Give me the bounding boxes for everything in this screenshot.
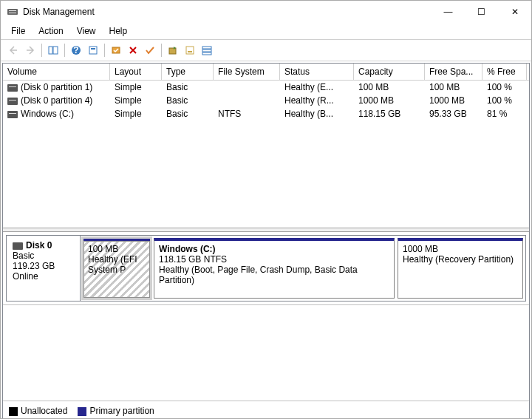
volume-capacity: 1000 MB	[354, 94, 425, 107]
drive-icon	[7, 98, 18, 105]
partition-title: Windows (C:)	[159, 244, 216, 254]
disk-map: Disk 0 Basic 119.23 GB Online 100 MB Hea…	[6, 235, 526, 302]
volume-type: Basic	[162, 94, 214, 107]
legend-unallocated: Unallocated	[9, 406, 67, 416]
list-view-button[interactable]	[199, 42, 215, 58]
svg-rect-13	[202, 47, 211, 49]
volume-row[interactable]: (Disk 0 partition 1) Simple Basic Health…	[3, 81, 529, 94]
volume-name: Windows (C:)	[3, 107, 110, 120]
volume-pct: 100 %	[482, 81, 527, 94]
close-button[interactable]: ✕	[498, 1, 531, 23]
column-volume[interactable]: Volume	[3, 64, 110, 80]
menu-file[interactable]: File	[5, 24, 31, 38]
column-freespace[interactable]: Free Spa...	[425, 64, 482, 80]
back-button[interactable]	[5, 42, 21, 58]
volume-type: Basic	[162, 81, 214, 94]
disk-type: Basic	[13, 251, 74, 261]
volume-row[interactable]: (Disk 0 partition 4) Simple Basic Health…	[3, 94, 529, 107]
volume-capacity: 118.15 GB	[354, 107, 425, 120]
disk-map-pane: Disk 0 Basic 119.23 GB Online 100 MB Hea…	[3, 232, 529, 401]
svg-rect-1	[9, 10, 16, 11]
partition-size: 100 MB	[88, 244, 146, 254]
column-capacity[interactable]: Capacity	[354, 64, 425, 80]
partition-status: Healthy (EFI System P	[88, 254, 146, 275]
window-controls: — ☐ ✕	[432, 1, 531, 23]
partition-size: 118.15 GB NTFS	[159, 254, 389, 265]
volume-status: Healthy (R...	[280, 94, 354, 107]
disk-map-empty-area	[3, 304, 529, 401]
volume-pct: 81 %	[482, 107, 527, 120]
volume-free: 100 MB	[425, 81, 482, 94]
disk-status: Online	[13, 271, 74, 282]
svg-rect-15	[202, 52, 211, 55]
svg-rect-7	[89, 47, 97, 54]
menubar: File Action View Help	[1, 23, 531, 39]
volume-free: 1000 MB	[425, 94, 482, 107]
column-percentfree[interactable]: % Free	[482, 64, 527, 80]
settings-bottom-button[interactable]	[182, 42, 198, 58]
toolbar-separator	[64, 44, 65, 57]
volume-fs	[214, 81, 280, 94]
toolbar: ?	[1, 39, 531, 61]
partition-size: 1000 MB	[403, 244, 518, 254]
volume-type: Basic	[162, 107, 214, 120]
properties-button[interactable]	[142, 42, 158, 58]
svg-rect-11	[186, 47, 194, 54]
volume-status: Healthy (B...	[280, 107, 354, 120]
window-title: Disk Management	[23, 7, 432, 17]
svg-rect-8	[91, 48, 95, 50]
column-layout[interactable]: Layout	[110, 64, 162, 80]
forward-button[interactable]	[22, 42, 38, 58]
svg-rect-0	[7, 9, 18, 15]
disk-info[interactable]: Disk 0 Basic 119.23 GB Online	[7, 236, 81, 301]
toolbar-separator	[41, 44, 42, 57]
app-icon	[7, 6, 18, 18]
legend: Unallocated Primary partition	[3, 401, 529, 419]
svg-rect-12	[188, 51, 192, 52]
toolbar-separator	[161, 44, 162, 57]
partition-status: Healthy (Recovery Partition)	[403, 254, 518, 265]
volume-capacity: 100 MB	[354, 81, 425, 94]
disk-label: Disk 0	[26, 240, 52, 251]
minimize-button[interactable]: —	[432, 1, 465, 23]
svg-rect-10	[169, 48, 176, 54]
menu-action[interactable]: Action	[33, 24, 69, 38]
legend-primary: Primary partition	[78, 406, 154, 416]
refresh-button[interactable]	[108, 42, 124, 58]
column-filesystem[interactable]: File System	[214, 64, 280, 80]
partition-windows-c[interactable]: Windows (C:) 118.15 GB NTFS Healthy (Boo…	[154, 238, 395, 299]
svg-rect-4	[53, 47, 58, 54]
settings-top-button[interactable]	[85, 42, 101, 58]
volume-fs: NTFS	[214, 107, 280, 120]
partition-recovery[interactable]: 1000 MB Healthy (Recovery Partition)	[398, 238, 523, 299]
swatch-primary	[78, 407, 86, 416]
svg-text:?: ?	[73, 45, 78, 55]
volume-name: (Disk 0 partition 4)	[3, 94, 110, 107]
volume-name: (Disk 0 partition 1)	[3, 81, 110, 94]
maximize-button[interactable]: ☐	[465, 1, 498, 23]
partition-status: Healthy (Boot, Page File, Crash Dump, Ba…	[159, 265, 389, 285]
column-status[interactable]: Status	[280, 64, 354, 80]
volume-list-header: Volume Layout Type File System Status Ca…	[3, 64, 529, 81]
svg-rect-3	[49, 47, 52, 54]
volume-free: 95.33 GB	[425, 107, 482, 120]
volume-layout: Simple	[110, 94, 162, 107]
svg-rect-2	[9, 13, 16, 13]
partition-efi[interactable]: 100 MB Healthy (EFI System P	[83, 238, 151, 299]
show-hide-tree-button[interactable]	[45, 42, 61, 58]
svg-rect-14	[202, 50, 211, 52]
content-area: Volume Layout Type File System Status Ca…	[2, 63, 530, 419]
menu-help[interactable]: Help	[103, 24, 134, 38]
help-button[interactable]: ?	[68, 42, 84, 58]
volume-layout: Simple	[110, 107, 162, 120]
volume-row[interactable]: Windows (C:) Simple Basic NTFS Healthy (…	[3, 107, 529, 120]
column-type[interactable]: Type	[162, 64, 214, 80]
toolbar-separator	[104, 44, 105, 57]
volume-fs	[214, 94, 280, 107]
swatch-unallocated	[9, 407, 18, 416]
drive-icon	[7, 84, 18, 92]
menu-view[interactable]: View	[71, 24, 102, 38]
volume-layout: Simple	[110, 81, 162, 94]
delete-button[interactable]	[125, 42, 141, 58]
rescan-button[interactable]	[165, 42, 181, 58]
